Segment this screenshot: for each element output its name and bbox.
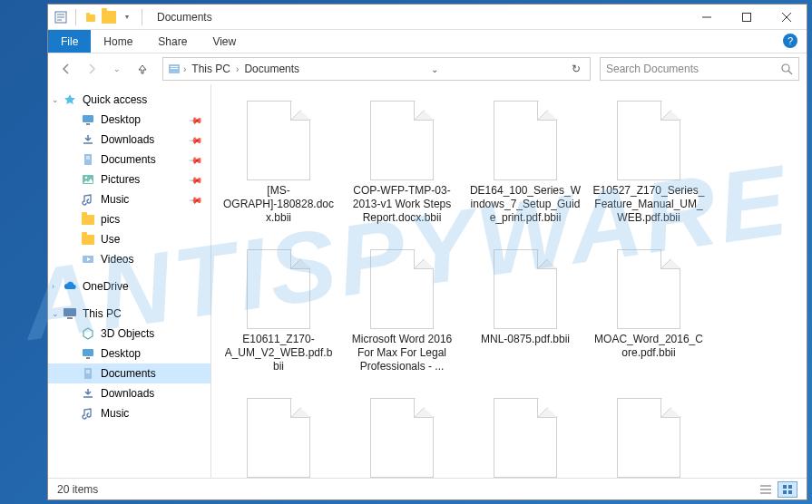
file-item[interactable]: Microsoft Word 2016 For Max For Legal Pr… <box>342 244 462 389</box>
title-bar: ▾ Documents <box>48 5 807 30</box>
music-icon <box>81 192 95 207</box>
svg-rect-15 <box>83 115 93 122</box>
sidebar-item-documents-pc[interactable]: Documents <box>48 363 210 383</box>
window-title: Documents <box>157 11 212 24</box>
breadcrumb-segment[interactable]: Documents <box>240 63 303 75</box>
file-thumbnail-icon <box>370 101 434 180</box>
quick-access-toolbar: ▾ <box>48 9 152 25</box>
cloud-icon <box>63 279 77 294</box>
videos-icon <box>81 252 95 267</box>
file-thumbnail-icon <box>247 398 310 478</box>
chevron-down-icon[interactable]: ⌄ <box>52 309 59 318</box>
details-view-button[interactable] <box>756 481 776 498</box>
address-dropdown-icon[interactable]: ⌄ <box>426 64 444 74</box>
sidebar-item-3dobjects[interactable]: 3D Objects <box>48 324 210 344</box>
file-thumbnail-icon <box>370 398 434 478</box>
file-item[interactable]: E10527_Z170_Series_Feature_Manual_UM_WEB… <box>589 95 709 240</box>
file-name: MNL-0875.pdf.bbii <box>481 333 570 346</box>
maximize-button[interactable] <box>727 5 767 30</box>
qat-dropdown-icon[interactable]: ▾ <box>120 10 134 24</box>
pictures-icon <box>81 172 95 187</box>
close-button[interactable] <box>767 5 807 30</box>
file-item[interactable]: MNL-0875.pdf.bbii <box>465 244 585 389</box>
sidebar-item-desktop[interactable]: Desktop 📌 <box>48 110 210 130</box>
svg-rect-27 <box>84 368 92 379</box>
file-thumbnail-icon <box>617 101 680 180</box>
sidebar-item-label: Downloads <box>101 387 154 400</box>
sidebar-item-label: 3D Objects <box>101 327 154 340</box>
sidebar-item-downloads-pc[interactable]: Downloads <box>48 383 210 403</box>
file-item[interactable] <box>589 393 709 478</box>
item-count: 20 items <box>57 483 98 496</box>
file-item[interactable]: DE164_100_Series_Windows_7_Setup_Guide_p… <box>465 95 585 240</box>
file-item[interactable]: COP-WFP-TMP-03-2013-v1 Work Steps Report… <box>342 95 462 240</box>
new-folder-icon[interactable] <box>83 10 98 24</box>
sidebar-item-music-pc[interactable]: Music <box>48 403 210 423</box>
file-item[interactable]: MOAC_Word_2016_Core.pdf.bbii <box>589 244 709 389</box>
svg-rect-25 <box>83 349 93 356</box>
tab-share[interactable]: Share <box>145 30 200 53</box>
file-name: E10527_Z170_Series_Feature_Manual_UM_WEB… <box>592 184 705 225</box>
icons-view-button[interactable] <box>778 481 797 498</box>
download-icon <box>81 132 95 147</box>
file-item[interactable]: O365RG.docx.bbii <box>342 393 462 478</box>
sidebar-item-music[interactable]: Music 📌 <box>48 189 210 209</box>
file-name: E10611_Z170-A_UM_V2_WEB.pdf.bbii <box>222 333 335 373</box>
chevron-right-icon[interactable]: › <box>234 64 240 74</box>
sidebar-item-desktop-pc[interactable]: Desktop <box>48 344 210 363</box>
document-icon <box>81 366 95 381</box>
svg-point-21 <box>85 177 88 179</box>
music-icon <box>81 406 95 421</box>
sidebar-onedrive[interactable]: › OneDrive <box>48 276 210 296</box>
up-button[interactable] <box>132 58 153 80</box>
properties-icon[interactable] <box>54 10 68 24</box>
sidebar-item-use[interactable]: Use <box>48 229 210 249</box>
sidebar-this-pc[interactable]: ⌄ This PC <box>48 304 210 324</box>
folder-icon <box>81 232 95 247</box>
chevron-down-icon[interactable]: ⌄ <box>52 95 59 104</box>
sidebar-item-label: Music <box>101 193 129 206</box>
sidebar-item-videos[interactable]: Videos <box>48 249 210 269</box>
search-icon[interactable] <box>780 63 793 75</box>
svg-rect-34 <box>788 485 792 489</box>
file-item[interactable]: [MS-OGRAPH]-180828.docx.bbii <box>219 95 338 240</box>
file-list[interactable]: [MS-OGRAPH]-180828.docx.bbiiCOP-WFP-TMP-… <box>211 84 807 478</box>
status-bar: 20 items <box>48 478 807 499</box>
tab-view[interactable]: View <box>200 30 249 53</box>
separator <box>142 9 142 25</box>
pin-icon: 📌 <box>189 192 203 207</box>
file-item[interactable]: E10611_Z170-A_UM_V2_WEB.pdf.bbii <box>219 244 338 389</box>
minimize-button[interactable] <box>687 5 727 30</box>
file-name: Microsoft Word 2016 For Max For Legal Pr… <box>346 333 458 373</box>
file-thumbnail-icon <box>370 249 434 329</box>
sidebar-item-pics[interactable]: pics <box>48 209 210 229</box>
file-item[interactable]: motherboard_manual_ga-8irx_e.pdf.bbii <box>219 393 338 478</box>
back-button[interactable] <box>55 58 77 80</box>
file-thumbnail-icon <box>494 101 557 180</box>
search-input[interactable] <box>606 63 780 75</box>
breadcrumb-segment[interactable]: This PC <box>188 63 234 75</box>
chevron-right-icon[interactable]: › <box>181 64 188 74</box>
sidebar-item-downloads[interactable]: Downloads 📌 <box>48 130 210 150</box>
search-box[interactable] <box>600 57 799 81</box>
pin-icon: 📌 <box>189 112 203 127</box>
address-bar[interactable]: › This PC › Documents ⌄ ↻ <box>162 57 591 81</box>
tab-home[interactable]: Home <box>91 30 145 53</box>
chevron-right-icon[interactable]: › <box>52 282 54 291</box>
svg-rect-35 <box>783 490 787 494</box>
forward-button[interactable] <box>81 58 103 80</box>
pin-icon: 📌 <box>189 172 203 187</box>
file-name: DE164_100_Series_Windows_7_Setup_Guide_p… <box>469 184 582 225</box>
sidebar-item-label: pics <box>101 213 120 226</box>
help-icon[interactable]: ? <box>783 34 797 48</box>
sidebar-quick-access[interactable]: ⌄ Quick access <box>48 90 210 110</box>
document-icon <box>81 152 95 167</box>
sidebar-item-documents[interactable]: Documents 📌 <box>48 150 210 170</box>
folder-icon[interactable] <box>102 10 116 24</box>
file-item[interactable] <box>465 393 585 478</box>
recent-dropdown-icon[interactable]: ⌄ <box>106 58 128 80</box>
refresh-icon[interactable]: ↻ <box>566 63 586 75</box>
sidebar-item-pictures[interactable]: Pictures 📌 <box>48 170 210 189</box>
view-toggles <box>756 481 797 498</box>
tab-file[interactable]: File <box>48 30 91 53</box>
